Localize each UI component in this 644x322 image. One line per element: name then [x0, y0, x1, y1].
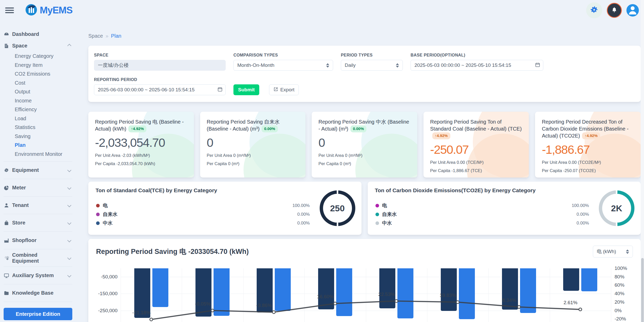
sidebar-divider — [4, 214, 72, 214]
scrollbar-track[interactable] — [641, 0, 644, 322]
sidebar-subitem-efficiency[interactable]: Efficiency — [4, 105, 72, 114]
sidebar-subitem-cost[interactable]: Cost — [4, 78, 72, 87]
sidebar-subitem-statistics[interactable]: Statistics — [4, 123, 72, 132]
settings-button[interactable] — [586, 2, 602, 18]
donut-chart[interactable]: 2K — [599, 190, 634, 226]
sidebar-item-combined-equipment[interactable]: Combined Equipment — [4, 252, 72, 264]
sidebar-item-auxiliary-system[interactable]: Auxiliary System — [4, 270, 72, 281]
period-types-select[interactable]: Daily — [341, 60, 403, 71]
trend-point[interactable] — [334, 302, 336, 305]
sidebar-item-equipment[interactable]: Equipment — [4, 164, 72, 176]
chevron-down-icon — [67, 203, 72, 207]
sidebar-subitem-load[interactable]: Load — [4, 114, 72, 123]
donut-values: 100.00% 0.00% 0.00% — [279, 201, 310, 228]
person-icon — [4, 203, 9, 208]
legend-item[interactable]: 中水 — [96, 219, 117, 228]
sidebar-subitem-energy-category[interactable]: Energy Category — [4, 52, 72, 61]
sidebar-item-store[interactable]: Store — [4, 217, 72, 229]
sidebar-subitem-energy-item[interactable]: Energy Item — [4, 61, 72, 70]
brand-name: MyEMS — [40, 5, 73, 16]
legend-label: 自来水 — [103, 211, 117, 218]
trend-label: -21.18% — [132, 310, 151, 315]
kpi-per-capita: Per Capita -2,033,054.70 (kWh) — [95, 161, 187, 166]
trend-label: 19.83% — [439, 293, 456, 298]
sidebar-subitem-environment-monitor[interactable]: Environment Monitor — [4, 150, 72, 159]
trend-point[interactable] — [395, 300, 398, 302]
sidebar-item-meter[interactable]: Meter — [4, 182, 72, 194]
legend-label: 电 — [382, 202, 387, 209]
kpi-per-unit-area: Per Unit Area 0.00 (TCE/M²) — [430, 160, 522, 165]
sidebar-divider — [4, 249, 72, 249]
submit-button[interactable]: Submit — [233, 84, 259, 95]
sidebar-item-knowledge-base[interactable]: Knowledge Base — [4, 287, 72, 299]
kpi-card-row: Reporting Period Saving 电 (Baseline - Ac… — [88, 112, 641, 178]
unit-select[interactable]: 电 (kWh) — [593, 246, 633, 257]
sidebar-subitem-plan[interactable]: Plan — [4, 141, 72, 150]
kpi-value: -250.07 — [430, 142, 522, 157]
sidebar-subitem-income[interactable]: Income — [4, 96, 72, 105]
saving-bar-chart-card: Reporting Period Saving 电 -2033054.70 (k… — [88, 239, 641, 322]
gauge-icon — [4, 31, 9, 37]
sidebar-item-space[interactable]: Space — [4, 40, 72, 52]
donut-chart[interactable]: 250 — [320, 190, 355, 226]
legend-item[interactable]: 自来水 — [96, 210, 117, 219]
base-period-input[interactable] — [411, 60, 543, 71]
bar-chart-plot[interactable]: -21.18%-0.05%-3.86%16.60%22.53%19.83%8.3… — [121, 268, 611, 322]
trend-line[interactable] — [151, 301, 580, 319]
sidebar-subitem-co2-emissions[interactable]: CO2 Emissions — [4, 69, 72, 78]
trend-label: -0.05% — [195, 301, 210, 307]
sidebar-subitem-output[interactable]: Output — [4, 87, 72, 96]
trend-point[interactable] — [456, 301, 459, 304]
tco2e-by-category-card: Ton of Carbon Dioxide Emissions(TCO2E) b… — [368, 182, 641, 235]
reporting-period-input[interactable] — [94, 84, 226, 95]
trend-point[interactable] — [272, 311, 275, 313]
export-button[interactable]: Export — [269, 84, 299, 95]
kpi-value: 0 — [207, 135, 299, 150]
chevron-down-icon — [67, 221, 72, 225]
export-label: Export — [280, 87, 294, 93]
trend-point[interactable] — [579, 308, 582, 311]
sidebar-item-label: Auxiliary System — [12, 272, 54, 278]
scrollbar-thumb[interactable] — [641, 258, 644, 322]
breadcrumb-space[interactable]: Space — [88, 33, 103, 39]
sidebar-divider — [4, 196, 72, 197]
bell-icon — [611, 6, 618, 14]
calendar-icon[interactable] — [535, 62, 540, 68]
hamburger-menu-icon[interactable] — [5, 7, 14, 13]
legend-item[interactable]: 中水 — [375, 219, 397, 228]
top-navbar: MyEMS — [0, 0, 644, 21]
chart-title: Reporting Period Saving 电 -2033054.70 (k… — [96, 247, 249, 256]
brand-logo[interactable]: MyEMS — [25, 4, 73, 17]
legend-item[interactable]: 自来水 — [375, 210, 397, 219]
page: MyEMS — [0, 0, 644, 322]
y-axis-label: -50,000 — [101, 274, 117, 280]
legend-item[interactable]: 电 — [375, 201, 397, 210]
sidebar-divider — [4, 179, 72, 179]
calendar-icon[interactable] — [217, 87, 223, 93]
sidebar-subitem-saving[interactable]: Saving — [4, 132, 72, 141]
space-input[interactable] — [94, 60, 226, 71]
gear-icon — [590, 5, 599, 15]
sidebar-item-label: Space — [12, 43, 27, 49]
gear-icon — [4, 167, 9, 173]
breadcrumb-plan[interactable]: Plan — [111, 33, 121, 39]
kpi-per-capita: Per Capita 0 (m³) — [207, 161, 299, 166]
trend-point[interactable] — [150, 318, 153, 321]
trend-point[interactable] — [517, 305, 520, 308]
comparison-types-select[interactable]: Month-On-Month — [233, 60, 333, 71]
user-avatar[interactable] — [626, 4, 639, 17]
sidebar-item-tenant[interactable]: Tenant — [4, 199, 72, 211]
period-types-label: PERIOD TYPES — [341, 53, 403, 58]
legend-item[interactable]: 电 — [96, 201, 117, 210]
notifications-button[interactable] — [607, 3, 622, 18]
kpi-per-unit-area: Per Unit Area 0 (m³/M²) — [318, 153, 411, 158]
sidebar-item-dashboard[interactable]: Dashboard — [4, 28, 72, 40]
sidebar-item-label: Dashboard — [12, 31, 39, 37]
enterprise-edition-button[interactable]: Enterprise Edition — [4, 308, 72, 320]
trend-label: 22.53% — [378, 292, 395, 297]
kpi-value: -1,886.67 — [542, 142, 634, 157]
sidebar-divider — [4, 267, 72, 267]
trend-point[interactable] — [211, 309, 214, 312]
trend-label: 16.60% — [317, 294, 334, 299]
sidebar-item-shopfloor[interactable]: Shopfloor — [4, 235, 72, 246]
